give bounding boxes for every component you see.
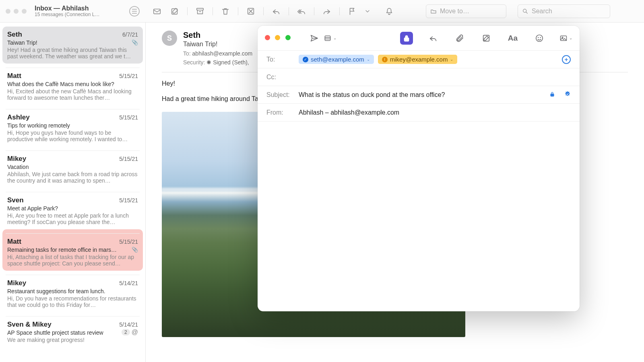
encryption-lock-icon[interactable] bbox=[400, 32, 413, 45]
window-title: Inbox — Abhilash bbox=[35, 5, 125, 12]
add-recipient-button[interactable]: + bbox=[562, 55, 571, 64]
svg-rect-6 bbox=[405, 38, 409, 41]
list-subject: What does the Caffè Macs menu look like? bbox=[7, 81, 138, 87]
move-to-field[interactable]: Move to… bbox=[426, 4, 506, 18]
compose-subject-label: Subject: bbox=[266, 91, 295, 99]
send-icon[interactable] bbox=[308, 32, 320, 45]
search-field[interactable]: Search bbox=[518, 4, 610, 18]
svg-rect-0 bbox=[154, 9, 161, 14]
compose-close-button[interactable] bbox=[265, 35, 270, 40]
compose-from-row[interactable]: From: Abhilash – abhilash@example.com bbox=[258, 104, 580, 121]
titlebar: Inbox — Abhilash 15 messages (Connection… bbox=[0, 0, 644, 23]
message-list[interactable]: Seth6/7/21Taiwan Trip!📎Hey! Had a great … bbox=[0, 23, 146, 362]
list-subject: Meet at Apple Park? bbox=[7, 205, 138, 212]
list-date: 5/14/21 bbox=[119, 280, 138, 286]
message-list-item[interactable]: Seth6/7/21Taiwan Trip!📎Hey! Had a great … bbox=[2, 27, 143, 64]
reader-to-value: abhilash@example.com bbox=[192, 50, 253, 57]
recipient-email: seth@example.com bbox=[311, 56, 364, 63]
list-sender: Sven & Mikey bbox=[7, 321, 52, 329]
compose-minimize-button[interactable] bbox=[275, 35, 280, 40]
message-list-item[interactable]: Mikey5/14/21Restaurant suggestions for t… bbox=[2, 271, 143, 312]
reader-subject: Taiwan Trip! bbox=[183, 41, 252, 48]
junk-icon[interactable] bbox=[246, 6, 256, 16]
list-date: 5/14/21 bbox=[119, 321, 138, 328]
recipient-token-verified[interactable]: ✓ seth@example.com ⌄ bbox=[299, 55, 374, 64]
markup-icon[interactable] bbox=[480, 32, 493, 45]
verified-badge-icon: ✓ bbox=[303, 57, 308, 62]
list-subject: Remaining tasks for remote office in mar… bbox=[7, 247, 129, 253]
compose-toolbar: ⌄ Aa ⌄ bbox=[258, 26, 580, 51]
list-preview: Hi, Do you have a recommendations for re… bbox=[7, 295, 138, 308]
list-preview: Hey! Had a great time hiking around Taiw… bbox=[7, 47, 138, 60]
reader-security-value: Signed (Seth), bbox=[213, 59, 249, 66]
list-subject: Taiwan Trip! bbox=[7, 39, 129, 46]
message-list-item[interactable]: Mikey5/15/21VacationAbhilash, We just ca… bbox=[2, 146, 143, 188]
move-to-placeholder: Move to… bbox=[440, 8, 469, 15]
list-subject: Vacation bbox=[7, 164, 138, 170]
message-list-item[interactable]: Matt5/15/21What does the Caffè Macs menu… bbox=[2, 64, 143, 105]
forward-icon[interactable] bbox=[322, 6, 332, 16]
svg-rect-5 bbox=[325, 36, 330, 41]
compose-window: ⌄ Aa ⌄ To: ✓ seth@example.com ⌄ ! mikey@… bbox=[258, 26, 580, 311]
list-sender: Seth bbox=[7, 31, 22, 39]
flag-icon[interactable] bbox=[347, 6, 357, 16]
archive-icon[interactable] bbox=[195, 6, 205, 16]
search-placeholder: Search bbox=[532, 8, 552, 15]
recipient-token-warning[interactable]: ! mikey@example.com ⌄ bbox=[378, 55, 458, 64]
list-sender: Matt bbox=[7, 72, 21, 80]
compose-from-label: From: bbox=[266, 109, 295, 116]
avatar: S bbox=[162, 31, 177, 46]
reply-icon[interactable] bbox=[271, 6, 281, 16]
compose-body-editor[interactable] bbox=[258, 121, 580, 311]
message-list-item[interactable]: Matt5/15/21Remaining tasks for remote of… bbox=[2, 229, 143, 271]
minimize-window-button[interactable] bbox=[14, 9, 19, 14]
window-controls bbox=[6, 9, 27, 14]
compose-cc-label: Cc: bbox=[266, 74, 295, 81]
compose-zoom-button[interactable] bbox=[285, 35, 291, 40]
message-list-item[interactable]: Ashley5/15/21Tips for working remotelyHi… bbox=[2, 105, 143, 146]
mention-icon: @ bbox=[132, 329, 138, 336]
mute-icon[interactable] bbox=[384, 6, 394, 16]
new-message-icon[interactable] bbox=[152, 6, 162, 16]
reply-all-icon[interactable] bbox=[296, 6, 307, 16]
list-subject: AP Space shuttle project status review bbox=[7, 329, 119, 336]
svg-point-9 bbox=[538, 37, 539, 37]
message-list-item[interactable]: Sven5/15/21Meet at Apple Park?Hi, Are yo… bbox=[2, 188, 143, 229]
compose-to-row[interactable]: To: ✓ seth@example.com ⌄ ! mikey@example… bbox=[258, 51, 580, 68]
title-group: Inbox — Abhilash 15 messages (Connection… bbox=[35, 5, 125, 17]
trash-icon[interactable] bbox=[220, 6, 231, 16]
list-sender: Ashley bbox=[7, 113, 30, 121]
zoom-window-button[interactable] bbox=[22, 9, 27, 14]
filter-button[interactable] bbox=[129, 6, 140, 16]
compose-icon[interactable] bbox=[169, 6, 180, 16]
window-subtitle: 15 messages (Connection L… bbox=[35, 12, 125, 17]
compose-reply-icon[interactable] bbox=[427, 32, 440, 45]
chevron-down-icon: ⌄ bbox=[367, 57, 370, 62]
compose-subject-row[interactable]: Subject: What is the status on duck pond… bbox=[258, 86, 580, 104]
svg-point-10 bbox=[540, 37, 541, 37]
warning-badge-icon: ! bbox=[382, 57, 388, 62]
subject-encryption-icon[interactable] bbox=[549, 91, 555, 99]
flag-menu-chevron-icon[interactable] bbox=[362, 6, 373, 16]
list-sender: Matt bbox=[7, 238, 21, 246]
message-list-item[interactable]: Sven & Mikey5/14/21AP Space shuttle proj… bbox=[2, 312, 143, 347]
list-preview: Hi, Excited about the new Caffè Macs and… bbox=[7, 88, 138, 101]
search-icon bbox=[522, 8, 528, 14]
list-subject: Restaurant suggestions for team lunch. bbox=[7, 288, 138, 294]
compose-cc-row[interactable]: Cc: bbox=[258, 68, 580, 86]
subject-signed-icon[interactable] bbox=[564, 91, 571, 99]
photo-browser-icon[interactable]: ⌄ bbox=[559, 32, 572, 45]
svg-point-8 bbox=[536, 35, 543, 41]
list-sender: Mikey bbox=[7, 155, 26, 163]
recipient-email: mikey@example.com bbox=[390, 56, 448, 63]
list-date: 5/15/21 bbox=[119, 239, 138, 245]
reader-security-label: Security: bbox=[183, 59, 205, 66]
close-window-button[interactable] bbox=[6, 9, 10, 14]
format-icon[interactable]: Aa bbox=[506, 32, 519, 45]
attach-icon[interactable] bbox=[453, 32, 466, 45]
emoji-icon[interactable] bbox=[533, 32, 546, 45]
svg-point-12 bbox=[562, 37, 563, 38]
svg-point-4 bbox=[523, 9, 526, 12]
header-fields-icon[interactable]: ⌄ bbox=[324, 32, 336, 45]
compose-to-label: To: bbox=[266, 56, 295, 63]
